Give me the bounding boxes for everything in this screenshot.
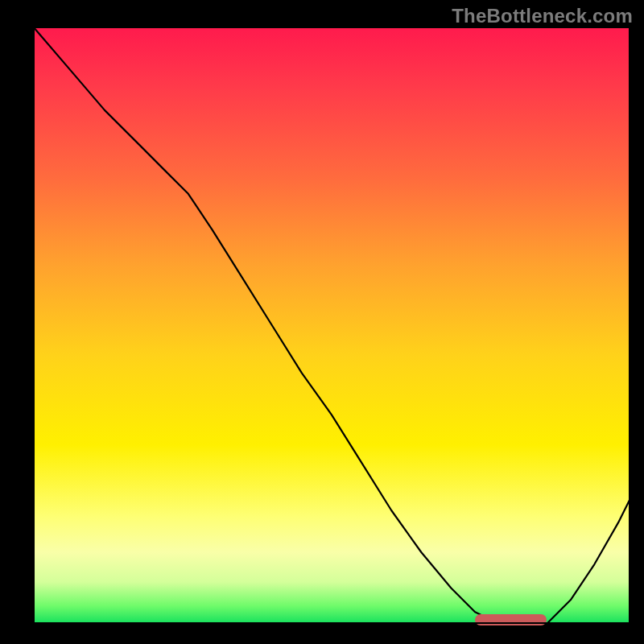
- plot-area: [33, 27, 630, 624]
- optimal-range-marker: [475, 614, 547, 625]
- watermark-text: TheBottleneck.com: [452, 5, 633, 27]
- bottleneck-curve: [33, 27, 630, 624]
- chart-stage: TheBottleneck.com: [0, 0, 644, 644]
- curve-path: [33, 27, 630, 624]
